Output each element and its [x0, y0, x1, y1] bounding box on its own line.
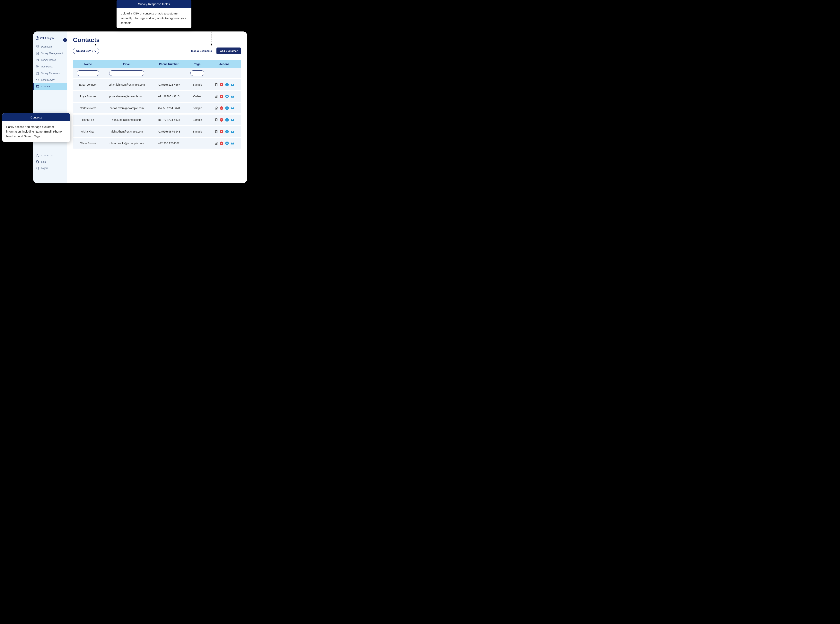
cell-email: aisha.khan@example.com [103, 130, 150, 133]
cell-phone: +92 300 1234567 [150, 142, 187, 145]
cell-tags: Orders [187, 95, 207, 98]
col-header-tags: Tags [187, 63, 207, 66]
edit-icon[interactable] [214, 118, 218, 122]
headset-icon [36, 154, 39, 158]
delete-icon[interactable]: ✕ [220, 94, 223, 98]
upload-csv-button[interactable]: Upload CSV [73, 48, 99, 54]
sidebar-item-survey-management[interactable]: Survey Management [33, 50, 67, 57]
cell-tags: Sample [187, 83, 207, 86]
map-pin-icon [36, 65, 39, 68]
col-header-email: Email [103, 63, 150, 66]
mail-icon[interactable] [231, 118, 234, 122]
logout-icon [36, 166, 39, 170]
table-row: Carlos Rivera carlos.rivera@example.com … [73, 103, 241, 113]
cell-name: Hana Lee [73, 118, 103, 121]
add-icon[interactable]: + [225, 94, 229, 98]
delete-icon[interactable]: ✕ [220, 142, 223, 145]
mail-icon [36, 78, 39, 82]
cell-email: oliver.brooks@example.com [103, 142, 150, 145]
upload-csv-label: Upload CSV [76, 49, 91, 53]
cell-phone: +1 (555) 987-6543 [150, 130, 187, 133]
annotation-arrowhead [211, 44, 213, 46]
cell-name: Priya Sharma [73, 95, 103, 98]
mail-icon[interactable] [231, 142, 234, 145]
sidebar-item-label: Send Survey [41, 79, 54, 81]
sidebar-item-label: Survey Management [41, 52, 63, 55]
sidebar-item-label: Contact Us [41, 154, 52, 157]
sidebar-item-geo-matrix[interactable]: Geo Matrix [33, 63, 67, 70]
clipboard-icon [36, 52, 39, 55]
chevron-left-icon [64, 39, 66, 41]
table-row: Oliver Brooks oliver.brooks@example.com … [73, 138, 241, 148]
mail-icon[interactable] [231, 83, 234, 86]
table-row: Aisha Khan aisha.khan@example.com +1 (55… [73, 126, 241, 137]
add-icon[interactable]: + [225, 130, 229, 133]
filter-tags-input[interactable] [190, 70, 204, 76]
add-icon[interactable]: + [225, 83, 229, 86]
callout-title: Survey Response Fields [117, 0, 191, 8]
delete-icon[interactable]: ✕ [220, 107, 223, 110]
brand: C CX Analytix [33, 36, 67, 43]
cell-phone: +1 (555) 123-4567 [150, 83, 187, 86]
cell-email: ethan.johnson@example.com [103, 83, 150, 86]
mail-icon[interactable] [231, 107, 234, 110]
callout-survey-response-fields: Survey Response Fields Upload a CSV of c… [117, 0, 191, 28]
edit-icon[interactable] [214, 142, 218, 145]
sidebar-item-survey-responses[interactable]: Survey Reponses [33, 70, 67, 77]
filter-name-input[interactable] [77, 70, 99, 76]
delete-icon[interactable]: ✕ [220, 83, 223, 86]
cell-tags: Sample [187, 118, 207, 121]
cloud-upload-icon [92, 49, 96, 53]
sidebar-item-survey-report[interactable]: Survey Report [33, 57, 67, 63]
add-icon[interactable]: + [225, 142, 229, 145]
sidebar-item-dashboard[interactable]: Dashboard [33, 43, 67, 50]
col-header-phone: Phone Number [150, 63, 187, 66]
tags-segments-link[interactable]: Tags & Segments [191, 49, 212, 53]
sidebar-item-logout[interactable]: Logout [33, 165, 67, 171]
edit-icon[interactable] [214, 107, 218, 110]
add-customer-button[interactable]: Add Customer [216, 48, 241, 54]
sidebar-item-label: Sina [41, 161, 46, 163]
contacts-table: Name Email Phone Number Tags Actions Eth… [73, 60, 241, 148]
user-avatar-icon [36, 160, 39, 164]
sidebar-item-contact-us[interactable]: Contact Us [33, 153, 67, 159]
brand-logo-icon: C [36, 36, 39, 40]
add-icon[interactable]: + [225, 107, 229, 110]
mail-icon[interactable] [231, 94, 234, 98]
add-icon[interactable]: + [225, 118, 229, 122]
filter-email-input[interactable] [109, 70, 145, 76]
sidebar: C CX Analytix Dashboard Survey Managemen… [33, 31, 67, 183]
svg-rect-15 [36, 86, 39, 88]
main-content: Contacts Upload CSV Tags & Segments Add … [67, 31, 247, 183]
edit-icon[interactable] [214, 94, 218, 98]
sidebar-item-label: Survey Report [41, 59, 56, 62]
sidebar-item-label: Survey Reponses [41, 72, 60, 75]
edit-icon[interactable] [214, 130, 218, 133]
cell-email: priya.sharma@example.com [103, 95, 150, 98]
callout-title: Contacts [2, 113, 70, 121]
table-header: Name Email Phone Number Tags Actions [73, 60, 241, 68]
sidebar-item-send-survey[interactable]: Send Survey [33, 77, 67, 83]
mail-icon[interactable] [231, 130, 234, 133]
delete-icon[interactable]: ✕ [220, 130, 223, 133]
delete-icon[interactable]: ✕ [220, 118, 223, 122]
sidebar-collapse-button[interactable] [63, 38, 67, 42]
svg-rect-1 [38, 45, 39, 46]
table-row: Priya Sharma priya.sharma@example.com +9… [73, 91, 241, 102]
svg-point-21 [37, 161, 38, 162]
cell-tags: Sample [187, 130, 207, 133]
cell-name: Ethan Johnson [73, 83, 103, 86]
cell-tags: Sample [187, 107, 207, 110]
cell-email: hana.lee@example.com [103, 118, 150, 121]
page-title: Contacts [73, 36, 241, 43]
sidebar-item-contacts[interactable]: Contacts [33, 83, 67, 90]
callout-contacts: Contacts Easily access and manage custom… [2, 113, 70, 142]
edit-icon[interactable] [214, 83, 218, 86]
annotation-arrow [212, 32, 212, 44]
col-header-actions: Actions [207, 63, 241, 66]
sidebar-item-user[interactable]: Sina [33, 159, 67, 165]
document-icon [36, 71, 39, 75]
annotation-arrow [96, 32, 96, 44]
filter-row [73, 68, 241, 78]
pie-chart-icon [36, 58, 39, 62]
